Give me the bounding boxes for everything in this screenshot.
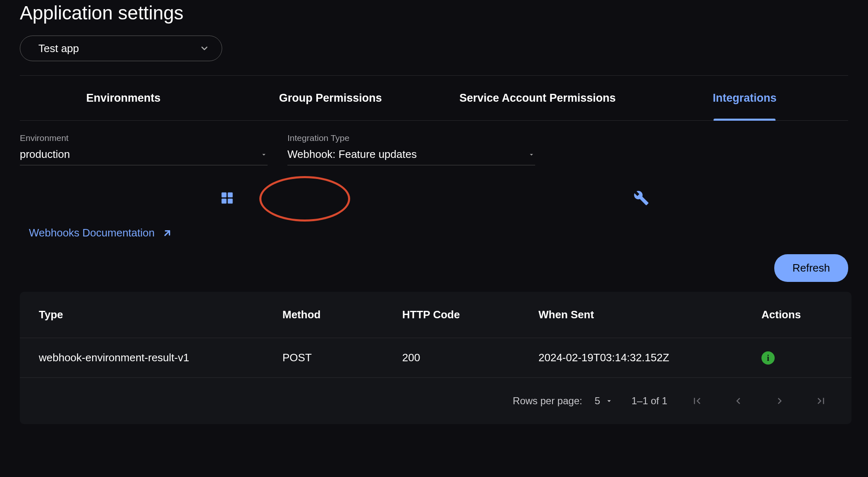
grid-icon	[220, 191, 235, 205]
environment-value: production	[20, 148, 70, 161]
last-page-icon[interactable]	[809, 389, 832, 413]
external-link-icon	[162, 228, 173, 238]
refresh-row: Refresh	[20, 254, 848, 282]
caret-down-icon	[528, 151, 535, 158]
environment-label: Environment	[20, 133, 268, 143]
integration-type-value: Webhook: Feature updates	[287, 148, 417, 161]
cell-type: webhook-environment-result-v1	[39, 351, 282, 364]
environment-select[interactable]: production	[20, 145, 268, 165]
tab-group-permissions[interactable]: Group Permissions	[227, 76, 434, 120]
rows-per-page-select[interactable]: 5	[595, 395, 613, 407]
webhook-log-table: Type Method HTTP Code When Sent Actions …	[20, 292, 851, 424]
rows-per-page-value: 5	[595, 395, 600, 407]
environment-field: Environment production	[20, 133, 268, 165]
svg-rect-2	[221, 198, 226, 203]
integration-type-select[interactable]: Webhook: Feature updates	[287, 145, 535, 165]
svg-rect-3	[228, 198, 232, 203]
docs-link-label: Webhooks Documentation	[29, 227, 154, 239]
integration-type-label: Integration Type	[287, 133, 535, 143]
grid-view-tab[interactable]	[20, 179, 434, 217]
rows-per-page: Rows per page: 5	[513, 395, 613, 407]
caret-down-icon	[260, 151, 268, 158]
app-selector-value: Test app	[38, 42, 79, 55]
tab-service-account-permissions[interactable]: Service Account Permissions	[434, 76, 641, 120]
col-header-method: Method	[282, 308, 402, 321]
chevron-down-icon	[199, 43, 209, 53]
first-page-icon[interactable]	[685, 389, 709, 413]
col-header-http-code: HTTP Code	[402, 308, 538, 321]
docs-link-row: Webhooks Documentation	[20, 227, 848, 239]
filter-row: Environment production Integration Type …	[20, 133, 848, 165]
tab-environments[interactable]: Environments	[20, 76, 227, 120]
col-header-type: Type	[39, 308, 282, 321]
refresh-button[interactable]: Refresh	[774, 254, 848, 282]
info-icon[interactable]: i	[761, 351, 775, 365]
next-page-icon[interactable]	[768, 389, 791, 413]
cell-actions: i	[761, 351, 832, 365]
pagination-range: 1–1 of 1	[631, 395, 667, 407]
icon-tabs	[20, 179, 848, 217]
cell-http-code: 200	[402, 351, 538, 364]
rows-per-page-label: Rows per page:	[513, 395, 582, 407]
table-row: webhook-environment-result-v1 POST 200 2…	[20, 338, 851, 378]
cell-method: POST	[282, 351, 402, 364]
caret-down-icon	[605, 397, 613, 405]
settings-view-tab[interactable]	[434, 179, 848, 217]
cell-when-sent: 2024-02-19T03:14:32.152Z	[538, 351, 761, 364]
svg-rect-1	[228, 192, 232, 197]
col-header-when-sent: When Sent	[538, 308, 761, 321]
table-footer: Rows per page: 5 1–1 of 1	[20, 378, 851, 424]
col-header-actions: Actions	[761, 308, 832, 321]
svg-rect-0	[221, 192, 226, 197]
wrench-icon	[633, 190, 649, 206]
app-selector-dropdown[interactable]: Test app	[20, 36, 222, 61]
prev-page-icon[interactable]	[727, 389, 750, 413]
page-root: Application settings Test app Environmen…	[0, 2, 868, 424]
page-title: Application settings	[20, 2, 848, 24]
tab-integrations[interactable]: Integrations	[641, 76, 849, 120]
webhooks-docs-link[interactable]: Webhooks Documentation	[29, 227, 173, 239]
tabs-row: Environments Group Permissions Service A…	[20, 75, 848, 121]
table-header-row: Type Method HTTP Code When Sent Actions	[20, 292, 851, 338]
integration-type-field: Integration Type Webhook: Feature update…	[287, 133, 535, 165]
